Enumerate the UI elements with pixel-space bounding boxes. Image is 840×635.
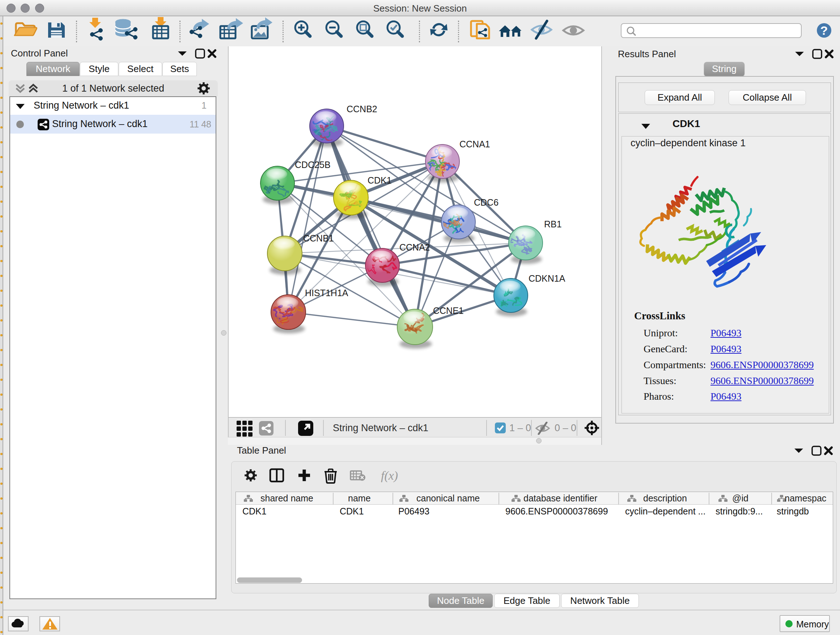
svg-text:HIST1H1A: HIST1H1A [305,288,348,298]
svg-text:CCNB2: CCNB2 [347,104,377,114]
svg-text:CDK1: CDK1 [368,175,392,185]
svg-text:RB1: RB1 [544,219,562,229]
svg-text:CDC6: CDC6 [474,197,499,207]
svg-text:CCNB1: CCNB1 [303,233,334,243]
svg-text:CCNE1: CCNE1 [433,306,464,316]
svg-text:f(x): f(x) [381,469,398,483]
svg-text:CCNA2: CCNA2 [399,242,430,252]
svg-text:CCNA1: CCNA1 [459,139,490,149]
svg-text:?: ? [821,24,828,37]
svg-text:CDKN1A: CDKN1A [529,273,565,283]
svg-text:CDC25B: CDC25B [295,160,331,170]
